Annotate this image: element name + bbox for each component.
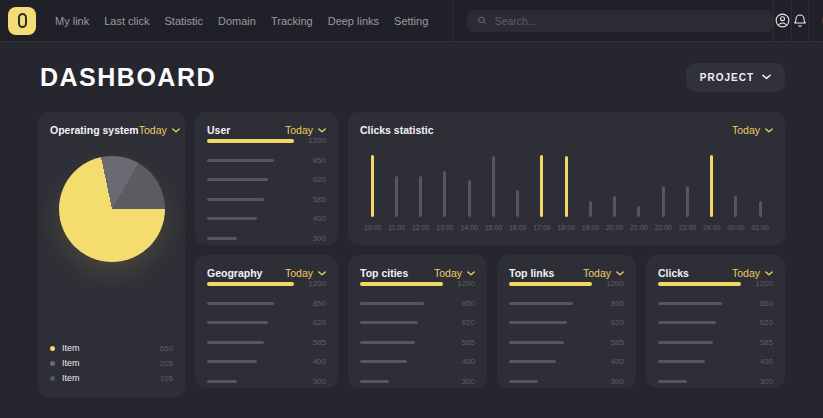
legend-value: 205 [160,359,173,368]
bar-value: 300 [600,377,624,386]
bar [207,217,257,220]
period-dropdown[interactable]: Today [583,267,624,279]
card-user: User Today 1200 [195,112,338,245]
search-icon [477,15,487,26]
nav-link[interactable]: Tracking [271,15,313,27]
cards-grid: Operating system Today Item 650 [38,112,785,397]
time-label: 12:00 [412,224,430,231]
card-title: Operating system [50,124,139,136]
bar [207,380,237,383]
bar [360,282,443,286]
bar-row: 400 [509,357,624,366]
card-title: Top cities [360,267,408,279]
legend-label: Item [62,373,153,383]
bar-track [658,360,741,363]
bar-track [589,155,592,217]
legend-dot [50,361,55,366]
bar-track [509,380,592,383]
bar [207,237,237,240]
period-label: Today [139,124,167,136]
card-operating-system: Operating system Today Item 650 [38,112,185,397]
bar-track [419,155,422,217]
period-label: Today [732,124,760,136]
search-bar[interactable] [467,10,773,32]
card-title: User [207,124,230,136]
nav-link[interactable]: Deep links [328,15,379,27]
bar-row: 585 [509,338,624,347]
bar [509,302,573,305]
period-dropdown[interactable]: Today [139,124,180,136]
bar-track [710,155,713,217]
period-dropdown[interactable]: Today [732,124,773,136]
os-legend: Item 650 Item 205 Item 105 [50,343,173,383]
bar [468,180,471,217]
bar [658,380,687,383]
period-dropdown[interactable]: Today [434,267,475,279]
bar [734,196,737,217]
bar-value: 620 [302,175,326,184]
bar-track [360,380,443,383]
bar-value: 1200 [451,279,475,288]
bar-value: 1200 [302,279,326,288]
time-label: 20:00 [606,224,624,231]
bar [658,302,722,305]
legend-label: Item [62,358,153,368]
bar [207,198,264,201]
bar-value: 585 [451,338,475,347]
bar [207,282,294,286]
card-header: Clicks Today [658,267,773,279]
nav-link[interactable]: Statistic [164,15,203,27]
topbar: My link Last click Statistic Domain Trac… [0,0,823,42]
bar [710,155,713,217]
nav-link[interactable]: Last click [104,15,149,27]
bar-track [207,341,294,344]
chart-bar-column: 10:00 [364,155,382,231]
period-dropdown[interactable]: Today [732,267,773,279]
bar-row: 1200 [207,136,326,145]
time-label: 16:00 [509,224,527,231]
logo[interactable] [8,7,36,35]
chart-bar-column: 17:00 [533,155,551,231]
period-dropdown[interactable]: Today [285,267,326,279]
bar-value: 620 [600,318,624,327]
time-label: 17:00 [533,224,551,231]
bar [207,321,268,324]
chevron-down-icon [318,128,326,133]
notifications-button[interactable] [792,0,808,42]
bar-row: 585 [360,338,475,347]
bar-row: 300 [207,377,326,386]
nav-link[interactable]: My link [55,15,89,27]
nav-link[interactable]: Domain [218,15,256,27]
time-label: 24:00 [703,224,721,231]
bar-row: 850 [360,299,475,308]
card-header: User Today [207,124,326,136]
nav-link[interactable]: Setting [394,15,428,27]
card-title: Clicks [658,267,689,279]
bar-track [207,321,294,324]
page-header: DASHBOARD PROJECT [38,56,785,98]
page-title: DASHBOARD [40,63,216,92]
clicks-bar-chart: 10:00 11:00 [360,155,773,231]
bar [371,155,374,217]
search-input[interactable] [495,15,764,27]
bar-list: 1200 850 [658,279,773,386]
bar [516,190,519,217]
period-dropdown[interactable]: Today [285,124,326,136]
project-dropdown-label: PROJECT [700,72,754,83]
legend-dot [50,346,55,351]
bar-track [492,155,495,217]
bar [360,302,424,305]
bar [360,321,418,324]
period-label: Today [285,267,313,279]
divider [808,0,809,42]
bar-track [360,321,443,324]
card-header: Top links Today [509,267,624,279]
bar-value: 400 [451,357,475,366]
cards-row-1: User Today 1200 [195,112,785,245]
bar [443,171,446,218]
project-dropdown[interactable]: PROJECT [686,63,785,92]
account-button[interactable] [774,0,791,42]
bar-track [207,159,294,162]
bar [658,360,705,363]
bar-value: 1200 [600,279,624,288]
